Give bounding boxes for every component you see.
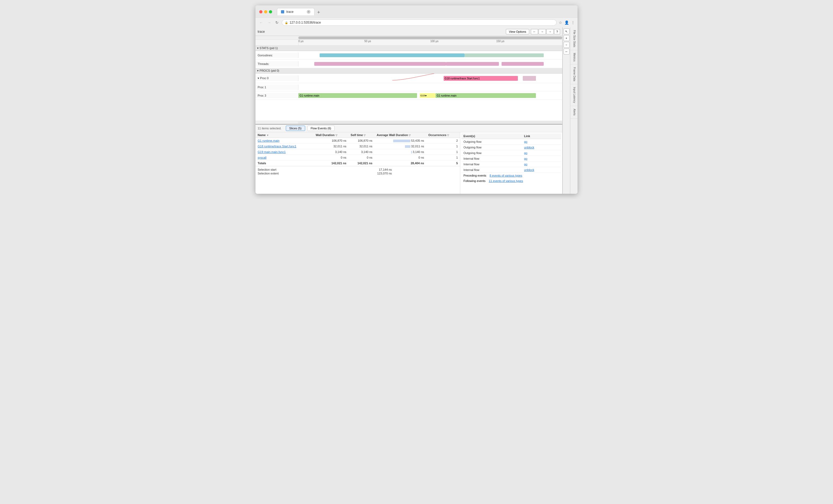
preceding-events-row: Preceding events 8 events of various typ…: [461, 173, 561, 178]
col-avg: Average Wall Duration ▽: [375, 132, 426, 138]
avg-wall-cell: 53,435 ns: [375, 138, 426, 144]
event-type-cell: Internal flow: [461, 156, 522, 162]
self-time-cell: 32,011 ns: [349, 144, 375, 149]
event-link[interactable]: go: [524, 151, 527, 154]
threads-content: [299, 59, 562, 68]
following-events-row: Following events 11 events of various ty…: [461, 178, 561, 184]
events-section: Event(s) Link Outgoing flowgoOutgoing fl…: [460, 132, 562, 194]
traffic-lights: [259, 10, 272, 14]
ruler-tick-0: 0 μs: [299, 40, 304, 43]
trace-toolbar: trace View Options ← → → ?: [256, 27, 562, 36]
proc3-span3: G1 runtime.main: [437, 94, 456, 97]
avg-wall-cell: 3,140 ns: [375, 149, 426, 155]
view-options-button[interactable]: View Options: [506, 29, 529, 34]
right-tools: ↖ + − ↔: [563, 27, 570, 194]
active-tab[interactable]: trace ×: [277, 8, 314, 15]
proc0-content: G18 runtime/trace.Start.func1: [299, 74, 562, 83]
account-icon[interactable]: 👤: [564, 20, 569, 25]
col-name: Name ▼: [256, 132, 313, 138]
forward-button[interactable]: →: [266, 20, 272, 25]
flow-events-tab[interactable]: Flow Events (6): [307, 126, 335, 131]
col-occ: Occurrences ▽: [426, 132, 460, 138]
event-link[interactable]: go: [524, 157, 527, 160]
selection-info: 11 items selected.: [258, 127, 282, 130]
link-col-header: Link: [522, 134, 561, 139]
title-row: trace × +: [259, 8, 574, 15]
proc0-label: ▾ Proc 0: [256, 75, 299, 81]
event-type-cell: Outgoing flow: [461, 145, 522, 150]
stats-section-header[interactable]: ▾ STATS (pid 1): [256, 46, 562, 51]
sidebar-tab-frame-data[interactable]: Frame Data: [570, 65, 577, 84]
event-row: Internal flowgo: [461, 162, 561, 167]
event-link-cell: go: [522, 156, 561, 162]
selection-extent-label: Selection extent: [258, 172, 279, 175]
threads-row: Threads:: [256, 59, 562, 68]
nav-prev-button[interactable]: ←: [531, 29, 538, 34]
slices-table: Name ▼ Wall Duration ▽ Self time ▽ Avera…: [256, 132, 460, 166]
event-link[interactable]: unblock: [524, 168, 534, 171]
avg-wall-cell: 28,404 ns: [375, 161, 426, 166]
url-text: 127.0.0.1:53536/trace: [290, 21, 321, 24]
table-row: Totals142,021 ns142,021 ns 28,404 ns5: [256, 161, 460, 166]
close-traffic-light[interactable]: [259, 10, 262, 14]
following-link[interactable]: 11 events of various types: [489, 179, 523, 183]
event-type-cell: Outgoing flow: [461, 150, 522, 156]
occurrences-cell: 5: [426, 161, 460, 166]
event-link-cell: go: [522, 162, 561, 167]
slice-name-link[interactable]: syscall: [258, 156, 266, 159]
procs-section-header[interactable]: ▾ PROCS (pid 0): [256, 68, 562, 74]
preceding-link[interactable]: 8 events of various types: [490, 174, 522, 177]
avg-wall-cell: 32,011 ns: [375, 144, 426, 149]
slice-name-link[interactable]: G18 runtime/trace.Start.func1: [258, 145, 296, 148]
zoom-in-tool[interactable]: +: [564, 35, 569, 41]
nav-next-button[interactable]: →: [539, 29, 546, 34]
table-row: syscall0 ns0 ns 0 ns1: [256, 155, 460, 161]
event-link[interactable]: go: [524, 163, 527, 166]
sidebar-tab-alerts[interactable]: Alerts: [570, 106, 577, 119]
col-self: Self time ▽: [349, 132, 375, 138]
bookmark-icon[interactable]: ☆: [559, 20, 562, 25]
bottom-panel: 11 items selected. Slices (5) Flow Event…: [256, 124, 562, 194]
slice-name-link[interactable]: G19 main.main.func1: [258, 150, 286, 153]
maximize-traffic-light[interactable]: [269, 10, 272, 14]
preceding-label: Preceding events: [463, 174, 486, 177]
event-link-cell: unblock: [522, 145, 561, 150]
selection-extent-row: Selection extent 123,070 ns: [258, 172, 392, 175]
bottom-content: Name ▼ Wall Duration ▽ Self time ▽ Avera…: [256, 132, 562, 194]
event-link[interactable]: go: [524, 140, 527, 143]
sidebar-tab-metrics[interactable]: Metrics: [570, 50, 577, 65]
back-button[interactable]: ←: [258, 20, 264, 25]
slice-name-link[interactable]: G1 runtime.main: [258, 139, 279, 142]
sidebar-tab-file-size-stats[interactable]: File Size Stats: [570, 27, 577, 50]
nav-forward-button[interactable]: →: [546, 29, 554, 34]
col-wall: Wall Duration ▽: [313, 132, 348, 138]
goroutines-row: Goroutines:: [256, 51, 562, 59]
menu-icon[interactable]: ⋮: [571, 20, 575, 25]
event-link[interactable]: unblock: [524, 146, 534, 149]
nav-help-button[interactable]: ?: [554, 29, 560, 34]
table-row: G18 runtime/trace.Start.func132,011 ns32…: [256, 144, 460, 149]
selection-start-value: 17,144 ns: [379, 168, 392, 171]
browser-titlebar: trace × +: [256, 5, 577, 18]
selection-extent-value: 123,070 ns: [377, 172, 392, 175]
proc3-row: Proc 3 G1 runtime.main G19► G1 runtime.m…: [256, 91, 562, 100]
threads-label: Threads:: [256, 61, 299, 67]
slices-tab[interactable]: Slices (5): [286, 126, 305, 131]
sidebar-tab-input-latency[interactable]: Input Latency: [570, 84, 577, 106]
event-row: Internal flowunblock: [461, 167, 561, 173]
trace-viewport[interactable]: ▾ STATS (pid 1) Goroutines:: [256, 46, 562, 121]
self-time-cell: 106,870 ns: [349, 138, 375, 144]
event-type-cell: Internal flow: [461, 162, 522, 167]
fit-tool[interactable]: ↔: [564, 49, 569, 54]
occurrences-cell: 1: [426, 144, 460, 149]
ruler-tick-2: 100 μs: [430, 40, 438, 43]
trace-tab-label: trace: [258, 30, 265, 33]
pointer-tool[interactable]: ↖: [564, 28, 569, 34]
refresh-button[interactable]: ↻: [274, 20, 280, 25]
tab-close-button[interactable]: ×: [307, 10, 310, 14]
new-tab-button[interactable]: +: [315, 10, 322, 15]
bottom-tabs: 11 items selected. Slices (5) Flow Event…: [256, 124, 562, 132]
zoom-out-tool[interactable]: −: [564, 42, 569, 48]
address-bar[interactable]: 🔒 127.0.0.1:53536/trace: [282, 19, 556, 26]
minimize-traffic-light[interactable]: [264, 10, 267, 14]
